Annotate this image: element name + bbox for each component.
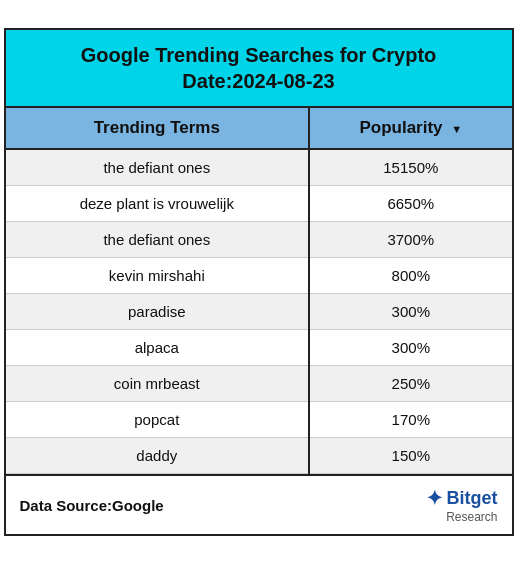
table-row: deze plant is vrouwelijk6650% (6, 186, 512, 222)
trending-table: Trending Terms Popularity ▼ the defiant … (6, 108, 512, 474)
popularity-cell: 250% (309, 366, 511, 402)
term-cell: paradise (6, 294, 310, 330)
term-cell: coin mrbeast (6, 366, 310, 402)
data-source-label: Data Source:Google (20, 497, 164, 514)
footer: Data Source:Google ✦ Bitget Research (6, 474, 512, 534)
table-row: daddy150% (6, 438, 512, 474)
bitget-icon: ✦ (426, 486, 443, 510)
bitget-brand: ✦ Bitget (426, 486, 498, 510)
popularity-cell: 6650% (309, 186, 511, 222)
popularity-cell: 300% (309, 294, 511, 330)
table-row: alpaca300% (6, 330, 512, 366)
term-cell: popcat (6, 402, 310, 438)
bitget-logo: ✦ Bitget Research (426, 486, 498, 524)
header-line2: Date:2024-08-23 (16, 68, 502, 94)
bitget-brand-name: Bitget (447, 488, 498, 509)
term-cell: the defiant ones (6, 149, 310, 186)
col-popularity-header: Popularity ▼ (309, 108, 511, 149)
term-cell: daddy (6, 438, 310, 474)
bitget-sub-label: Research (446, 510, 497, 524)
popularity-cell: 15150% (309, 149, 511, 186)
col-terms-header: Trending Terms (6, 108, 310, 149)
main-container: Google Trending Searches for Crypto Date… (4, 28, 514, 536)
popularity-cell: 800% (309, 258, 511, 294)
table-row: paradise300% (6, 294, 512, 330)
popularity-cell: 3700% (309, 222, 511, 258)
table-row: the defiant ones3700% (6, 222, 512, 258)
term-cell: the defiant ones (6, 222, 310, 258)
term-cell: kevin mirshahi (6, 258, 310, 294)
table-row: popcat170% (6, 402, 512, 438)
popularity-cell: 300% (309, 330, 511, 366)
chart-header: Google Trending Searches for Crypto Date… (6, 30, 512, 108)
table-row: kevin mirshahi800% (6, 258, 512, 294)
term-cell: alpaca (6, 330, 310, 366)
sort-arrow-icon: ▼ (451, 123, 462, 135)
header-line1: Google Trending Searches for Crypto (16, 42, 502, 68)
table-row: the defiant ones15150% (6, 149, 512, 186)
popularity-cell: 150% (309, 438, 511, 474)
table-row: coin mrbeast250% (6, 366, 512, 402)
popularity-cell: 170% (309, 402, 511, 438)
term-cell: deze plant is vrouwelijk (6, 186, 310, 222)
